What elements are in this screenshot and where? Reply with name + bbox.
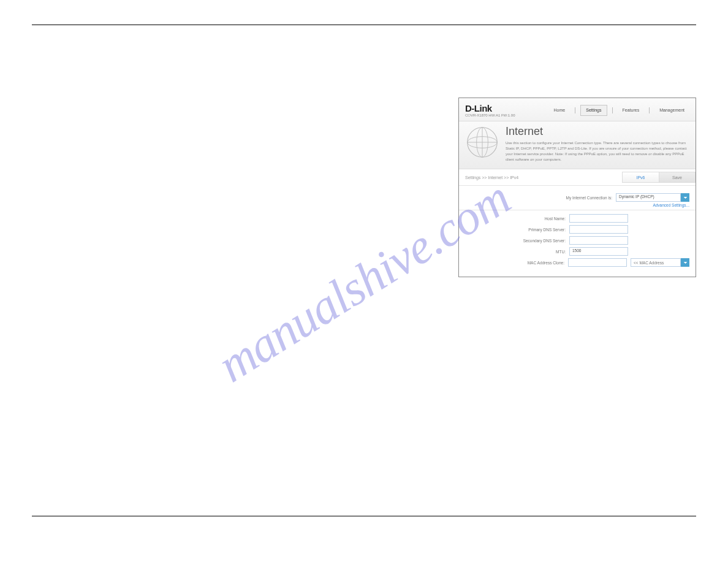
router-screenshot: D-Link COVR-X1870 HW:A1 FW:1.00 Home Set… bbox=[458, 98, 696, 277]
hostname-input[interactable] bbox=[569, 214, 628, 223]
top-nav: Home Settings Features Management bbox=[549, 105, 689, 116]
banner: Internet Use this section to configure y… bbox=[459, 121, 696, 169]
nav-sep bbox=[649, 107, 650, 113]
mac-row: MAC Address Clone: << MAC Address bbox=[465, 258, 689, 267]
secondary-dns-label: Secondary DNS Server: bbox=[465, 239, 569, 243]
nav-management[interactable]: Management bbox=[654, 105, 689, 115]
mtu-label: MTU: bbox=[465, 250, 569, 254]
connection-row: My Internet Connection is: Dynamic IP (D… bbox=[465, 193, 689, 202]
banner-desc: Use this section to configure your Inter… bbox=[506, 140, 689, 163]
banner-title: Internet bbox=[506, 125, 689, 138]
nav-home[interactable]: Home bbox=[549, 105, 571, 115]
ipv6-button[interactable]: IPv6 bbox=[622, 172, 659, 183]
breadcrumb: Settings >> Internet >> IPv4 bbox=[465, 175, 518, 180]
nav-sep bbox=[612, 107, 613, 113]
mac-select[interactable]: << MAC Address bbox=[631, 258, 681, 267]
mtu-row: MTU: 1500 bbox=[465, 247, 689, 256]
router-header: D-Link COVR-X1870 HW:A1 FW:1.00 Home Set… bbox=[459, 98, 696, 121]
crumb-row: Settings >> Internet >> IPv4 IPv6 Save bbox=[459, 169, 696, 186]
save-button[interactable]: Save bbox=[659, 172, 696, 183]
advanced-settings-link[interactable]: Advanced Settings... bbox=[465, 203, 689, 207]
mac-label: MAC Address Clone: bbox=[465, 261, 568, 265]
nav-settings[interactable]: Settings bbox=[580, 105, 607, 116]
divider bbox=[459, 210, 696, 210]
bottom-rule bbox=[32, 516, 696, 516]
primary-dns-label: Primary DNS Server: bbox=[465, 228, 569, 232]
document-page: D-Link COVR-X1870 HW:A1 FW:1.00 Home Set… bbox=[32, 25, 696, 538]
nav-sep bbox=[575, 107, 575, 113]
connection-select[interactable]: Dynamic IP (DHCP) bbox=[616, 193, 689, 202]
brand-logo: D-Link bbox=[465, 103, 515, 113]
secondary-dns-input[interactable] bbox=[569, 236, 628, 245]
nav-features[interactable]: Features bbox=[618, 105, 645, 115]
form-body: My Internet Connection is: Dynamic IP (D… bbox=[459, 186, 696, 277]
chevron-down-icon[interactable] bbox=[681, 258, 689, 267]
connection-value[interactable]: Dynamic IP (DHCP) bbox=[616, 193, 681, 202]
brand-block: D-Link COVR-X1870 HW:A1 FW:1.00 bbox=[465, 103, 515, 117]
primary-dns-row: Primary DNS Server: bbox=[465, 225, 689, 234]
globe-icon bbox=[465, 125, 499, 159]
mtu-input[interactable]: 1500 bbox=[569, 247, 628, 256]
chevron-down-icon[interactable] bbox=[681, 193, 689, 202]
hostname-row: Host Name: bbox=[465, 214, 689, 223]
banner-text: Internet Use this section to configure y… bbox=[506, 125, 689, 163]
primary-dns-input[interactable] bbox=[569, 225, 628, 234]
content-row: D-Link COVR-X1870 HW:A1 FW:1.00 Home Set… bbox=[32, 98, 696, 282]
model-line: COVR-X1870 HW:A1 FW:1.00 bbox=[465, 113, 515, 117]
hostname-label: Host Name: bbox=[465, 216, 569, 221]
connection-label: My Internet Connection is: bbox=[465, 196, 616, 200]
mac-select-wrap[interactable]: << MAC Address bbox=[627, 258, 689, 267]
mac-input[interactable] bbox=[568, 258, 627, 267]
secondary-dns-row: Secondary DNS Server: bbox=[465, 236, 689, 245]
crumb-actions: IPv6 Save bbox=[622, 172, 696, 183]
top-rule bbox=[32, 25, 696, 25]
